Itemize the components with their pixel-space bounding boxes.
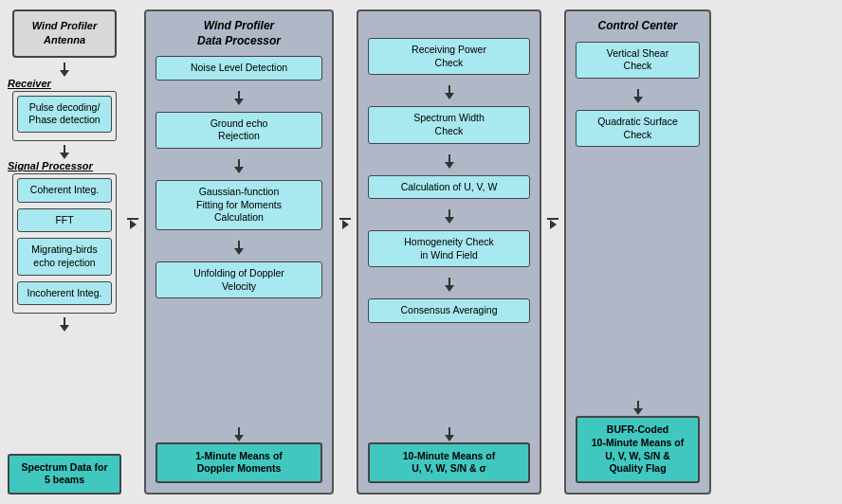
arrow-col2-col3 <box>339 9 351 495</box>
arrow-noise-ground <box>156 91 322 105</box>
gaussian-box: Gaussian-functionFitting for MomentsCalc… <box>156 180 322 230</box>
calc-uvw-box: Calculation of U, V, W <box>368 175 530 200</box>
antenna-header: Wind ProfilerAntenna <box>12 9 117 58</box>
control-header: Control Center <box>598 19 678 34</box>
incoherent-integ-box: Incoherent Integ. <box>17 281 112 306</box>
migrating-birds-box: Migrating-birdsecho rejection <box>17 238 112 275</box>
arrow-sw-uvw <box>368 154 530 169</box>
arrow-antenna-receiver <box>60 63 69 77</box>
signal-block: Coherent Integ. FFT Migrating-birdsecho … <box>12 173 117 314</box>
arrow-proc-output <box>234 427 244 441</box>
arrow-vs-qs <box>576 89 700 103</box>
spectrum-width-box: Spectrum WidthCheck <box>368 106 530 143</box>
control-boxes: Vertical ShearCheck Quadratic SurfaceChe… <box>576 42 700 394</box>
arrow-col3-col4 <box>547 9 558 495</box>
noise-level-box: Noise Level Detection <box>156 56 322 81</box>
arrow-gaussian-unfold <box>156 241 322 255</box>
col-control: Control Center Vertical ShearCheck Quadr… <box>564 9 711 495</box>
coherent-integ-box: Coherent Integ. <box>17 178 112 203</box>
tenmin-means-box: 10-Minute Means ofU, V, W, S/N & σ <box>368 442 530 483</box>
pulse-decoding-box: Pulse decoding/Phase detection <box>17 96 112 133</box>
bufr-coded-box: BUFR-Coded10-Minute Means ofU, V, W, S/N… <box>576 416 700 483</box>
unfolding-box: Unfolding of DopplerVelocity <box>156 261 322 298</box>
arrow-uvw-homo <box>368 209 530 224</box>
quadratic-surface-box: Quadratic SurfaceCheck <box>576 110 700 147</box>
col-quality: Receiving PowerCheck Spectrum WidthCheck… <box>357 9 541 495</box>
fft-box: FFT <box>17 208 112 233</box>
receiving-power-box: Receiving PowerCheck <box>368 38 530 75</box>
vertical-shear-box: Vertical ShearCheck <box>576 42 700 79</box>
col-processor: Wind ProfilerData Processor Noise Level … <box>144 9 334 495</box>
spectrum-data-box: Spectrum Data for5 beams <box>8 454 121 495</box>
col-antenna: Wind ProfilerAntenna Receiver Pulse deco… <box>8 9 121 495</box>
arrow-control-output <box>633 401 643 415</box>
receiver-block: Pulse decoding/Phase detection <box>12 91 117 141</box>
processor-boxes: Noise Level Detection Ground echoRejecti… <box>156 56 322 420</box>
arrow-signal-output <box>60 317 69 332</box>
arrow-ground-gaussian <box>156 159 322 173</box>
arrow-receiver-signal <box>60 145 69 159</box>
doppler-moments-box: 1-Minute Means ofDoppler Moments <box>156 442 322 483</box>
arrow-quality-output <box>445 427 454 441</box>
receiver-label: Receiver <box>8 78 51 89</box>
homogeneity-box: Homogeneity Checkin Wind Field <box>368 230 530 267</box>
quality-boxes: Receiving PowerCheck Spectrum WidthCheck… <box>368 38 530 420</box>
arrow-rp-sw <box>368 85 530 99</box>
arrow-col1-col2 <box>127 9 138 495</box>
main-diagram: Wind ProfilerAntenna Receiver Pulse deco… <box>0 0 842 504</box>
processor-header: Wind ProfilerData Processor <box>197 19 281 48</box>
ground-echo-box: Ground echoRejection <box>156 112 322 149</box>
signal-label: Signal Processor <box>8 160 93 171</box>
consensus-box: Consensus Averaging <box>368 298 530 323</box>
arrow-homo-consensus <box>368 278 530 292</box>
